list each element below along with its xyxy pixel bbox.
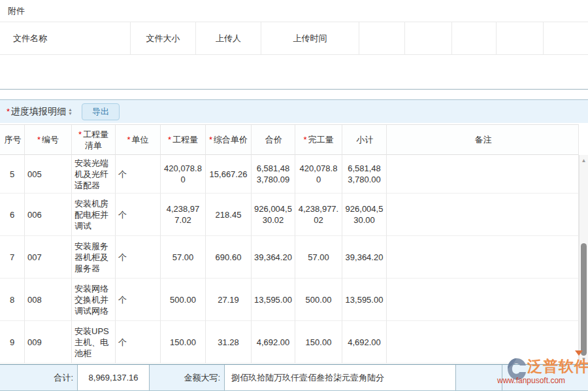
cell-unit: 个: [116, 236, 161, 279]
cell-completed: 4,238,977.02: [295, 194, 342, 236]
cell-unit: 个: [116, 321, 161, 364]
cell-quantity: 420,078.80: [161, 155, 206, 194]
cell-boq: 安装光端机及光纤适配器: [72, 155, 116, 194]
cell-total-price: 39,364.20: [252, 236, 295, 279]
table-row[interactable]: 8 008 安装网络交换机并调试网络 个 500.00 27.19 13,595…: [0, 279, 588, 321]
cell-completed: 150.00: [295, 321, 342, 364]
cell-unit: 个: [116, 279, 161, 321]
table-header-row: 序号 *编号 *工程量清单 *单位 *工程量 *综合单价 合价 *完工量 小计 …: [0, 124, 588, 155]
cell-seq: 5: [0, 155, 25, 194]
cell-unit-price: 27.19: [206, 279, 252, 321]
scroll-up-icon[interactable]: ▲: [580, 156, 588, 164]
cell-subtotal: 13,595.00: [342, 279, 387, 321]
cell-unit-price: 15,667.26: [206, 155, 252, 194]
cell-code: 008: [25, 279, 72, 321]
cell-remarks: [387, 155, 579, 194]
brand-url: www.fanpusoft.com: [497, 376, 565, 385]
cell-remarks: [387, 194, 579, 236]
cell-remarks: [387, 236, 579, 279]
amount-words-label: 金额大写:: [155, 365, 220, 390]
required-asterisk: *: [7, 107, 10, 116]
cell-quantity: 57.00: [161, 236, 206, 279]
scrollbar-thumb[interactable]: [581, 243, 587, 356]
cell-seq: 7: [0, 236, 25, 279]
cell-total-price: 13,595.00: [252, 279, 295, 321]
column-header-unit-price: *综合单价: [206, 124, 252, 155]
brand-watermark: 泛普软件 www.fanpusoft.com: [489, 356, 588, 390]
total-label: 合计:: [0, 365, 73, 390]
cell-unit: 个: [116, 194, 161, 236]
sort-spinner-icon[interactable]: ▲ ▼: [68, 108, 73, 116]
cell-completed: 57.00: [295, 236, 342, 279]
cell-seq: 8: [0, 279, 25, 321]
cell-completed: 420,078.80: [295, 155, 342, 194]
attachments-column-uploader: 上传人: [196, 22, 261, 54]
attachments-title: 附件: [0, 0, 588, 22]
cell-unit-price: 218.45: [206, 194, 252, 236]
cell-boq: 安装UPS主机、电池柜: [72, 321, 116, 364]
table-body: 5 005 安装光端机及光纤适配器 个 420,078.80 15,667.26…: [0, 155, 588, 364]
cell-quantity: 500.00: [161, 279, 206, 321]
column-header-total-price: 合价: [252, 124, 295, 155]
attachments-column-empty: [544, 22, 588, 54]
cell-seq: 9: [0, 321, 25, 364]
cell-total-price: 6,581,483,780.09: [252, 155, 295, 194]
table-row[interactable]: 5 005 安装光端机及光纤适配器 个 420,078.80 15,667.26…: [0, 155, 588, 194]
cell-completed: 500.00: [295, 279, 342, 321]
table-row[interactable]: 6 006 安装机房配电柜并调试 个 4,238,977.02 218.45 9…: [0, 194, 588, 236]
attachments-column-file-name: 文件名称: [0, 22, 131, 54]
sort-down-icon: ▼: [68, 112, 73, 116]
cell-subtotal: 4,692.00: [342, 321, 387, 364]
progress-section-bar: * 进度填报明细 ▲ ▼ 导出: [0, 99, 588, 123]
attachments-column-empty: [359, 22, 405, 54]
cell-code: 007: [25, 236, 72, 279]
cell-remarks: [387, 279, 579, 321]
attachments-empty-body: [0, 55, 588, 90]
column-header-unit: *单位: [116, 124, 161, 155]
vertical-scrollbar[interactable]: ▲ ▼: [579, 155, 588, 364]
column-header-completed: *完工量: [295, 124, 342, 155]
cell-total-price: 926,004,530.02: [252, 194, 295, 236]
cell-boq: 安装服务器机柜及服务器: [72, 236, 116, 279]
table-row[interactable]: 7 007 安装服务器机柜及服务器 个 57.00 690.60 39,364.…: [0, 236, 588, 279]
column-header-boq: *工程量清单: [72, 124, 116, 155]
amount-words-value[interactable]: 捌佰玖拾陆万玖仟壹佰叁拾柒元壹角陆分: [224, 365, 456, 390]
cell-unit-price: 690.60: [206, 236, 252, 279]
progress-table: 序号 *编号 *工程量清单 *单位 *工程量 *综合单价 合价 *完工量 小计 …: [0, 124, 588, 364]
attachments-column-file-size: 文件大小: [131, 22, 196, 54]
attachments-column-empty: [452, 22, 497, 54]
watermark-triangle-icon: [575, 350, 583, 356]
column-header-code: *编号: [25, 124, 72, 155]
cell-boq: 安装机房配电柜并调试: [72, 194, 116, 236]
export-button[interactable]: 导出: [82, 103, 120, 120]
attachments-column-empty: [405, 22, 452, 54]
total-value[interactable]: 8,969,137.16: [77, 365, 150, 390]
cell-boq: 安装网络交换机并调试网络: [72, 279, 116, 321]
cell-seq: 6: [0, 194, 25, 236]
cell-unit-price: 31.28: [206, 321, 252, 364]
column-header-quantity: *工程量: [161, 124, 206, 155]
cell-code: 005: [25, 155, 72, 194]
progress-section-title: 进度填报明细: [11, 106, 66, 118]
cell-subtotal: 39,364.20: [342, 236, 387, 279]
cell-subtotal: 6,581,483,780.00: [342, 155, 387, 194]
column-header-seq: 序号: [0, 124, 25, 155]
cell-quantity: 4,238,977.02: [161, 194, 206, 236]
attachments-column-upload-time: 上传时间: [261, 22, 359, 54]
attachments-column-empty: [497, 22, 544, 54]
cell-code: 009: [25, 321, 72, 364]
cell-unit: 个: [116, 155, 161, 194]
cell-total-price: 4,692.00: [252, 321, 295, 364]
attachments-header-row: 文件名称 文件大小 上传人 上传时间: [0, 22, 588, 55]
column-header-remarks: 备注: [387, 124, 579, 155]
cell-subtotal: 926,004,530.00: [342, 194, 387, 236]
cell-code: 006: [25, 194, 72, 236]
brand-name: 泛普软件: [527, 356, 588, 377]
cell-quantity: 150.00: [161, 321, 206, 364]
column-header-subtotal: 小计: [342, 124, 387, 155]
